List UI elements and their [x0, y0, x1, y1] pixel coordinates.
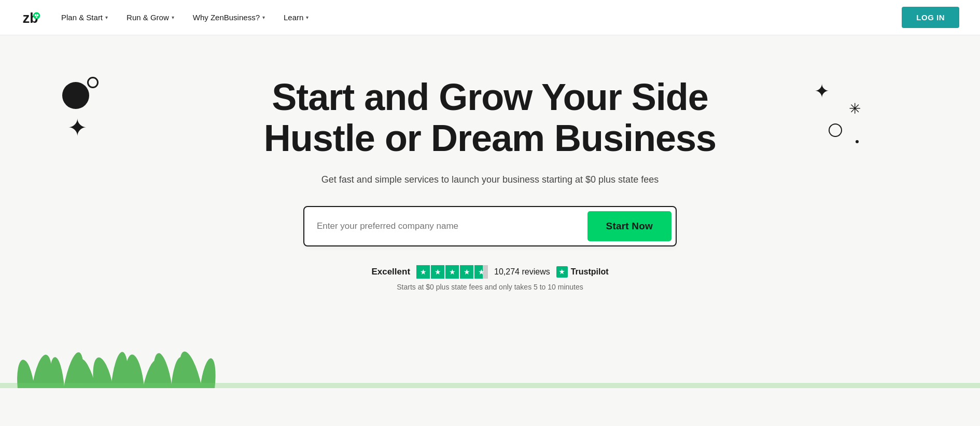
trustpilot-label: Trustpilot — [571, 267, 609, 277]
svg-point-16 — [48, 356, 66, 388]
deco-dot-right-icon — [856, 140, 859, 143]
start-now-button[interactable]: Start Now — [587, 211, 671, 241]
trust-reviews-count: 10,274 reviews — [494, 267, 550, 277]
svg-point-17 — [58, 351, 88, 388]
svg-rect-19 — [0, 383, 980, 388]
navbar: zb Plan & Start ▾ Run & Grow ▾ Why ZenBu… — [0, 0, 980, 35]
svg-point-14 — [15, 359, 37, 388]
deco-star-right-icon: ✦ — [814, 82, 830, 101]
svg-point-15 — [27, 353, 55, 388]
svg-point-3 — [35, 14, 37, 16]
grass-decoration — [0, 347, 980, 388]
star-3-icon: ★ — [445, 265, 459, 279]
svg-point-5 — [36, 16, 37, 18]
svg-point-9 — [137, 359, 163, 388]
svg-point-6 — [89, 356, 118, 388]
star-5-icon: ★ — [474, 265, 488, 279]
logo[interactable]: zb — [21, 7, 43, 29]
login-button[interactable]: LOG IN — [902, 7, 959, 28]
svg-point-4 — [37, 14, 39, 16]
svg-point-8 — [122, 354, 147, 388]
star-4-icon: ★ — [460, 265, 473, 279]
svg-point-11 — [169, 356, 189, 388]
trust-sub-text: Starts at $0 plus state fees and only ta… — [397, 283, 583, 291]
star-2-icon: ★ — [431, 265, 444, 279]
company-name-input[interactable] — [317, 221, 587, 231]
nav-left: zb Plan & Start ▾ Run & Grow ▾ Why ZenBu… — [21, 7, 309, 29]
nav-plan-start[interactable]: Plan & Start ▾ — [61, 13, 108, 22]
deco-circle-small-icon — [87, 77, 99, 88]
star-1-icon: ★ — [416, 265, 430, 279]
plan-start-chevron-icon: ▾ — [105, 15, 108, 20]
hero-subtitle: Get fast and simple services to launch y… — [321, 174, 659, 185]
deco-asterisk-right-icon: ✳ — [849, 102, 861, 116]
hero-title: Start and Grow Your Side Hustle or Dream… — [264, 77, 716, 159]
nav-run-grow[interactable]: Run & Grow ▾ — [127, 13, 174, 22]
run-grow-chevron-icon: ▾ — [172, 15, 174, 20]
svg-point-2 — [33, 12, 40, 19]
learn-chevron-icon: ▾ — [306, 15, 309, 20]
deco-circle-right-icon — [829, 123, 842, 137]
trustpilot-section: Excellent ★ ★ ★ ★ ★ 10,274 reviews ★ Tru… — [371, 265, 608, 291]
deco-circle-big-icon — [62, 82, 89, 109]
hero-section: ✦ ✦ ✳ Start and Grow Your Side Hustle or… — [0, 35, 980, 388]
svg-point-12 — [174, 350, 209, 388]
trust-excellent-label: Excellent — [371, 267, 410, 277]
trust-row: Excellent ★ ★ ★ ★ ★ 10,274 reviews ★ Tru… — [371, 265, 608, 279]
trustpilot-logo-icon: ★ — [556, 266, 568, 278]
svg-point-18 — [73, 357, 103, 388]
nav-why-zenbusiness[interactable]: Why ZenBusiness? ▾ — [193, 13, 265, 22]
trustpilot-brand: ★ Trustpilot — [556, 266, 609, 278]
company-name-search-box: Start Now — [303, 206, 677, 246]
nav-learn[interactable]: Learn ▾ — [284, 13, 309, 22]
deco-sparkle-left-icon: ✦ — [67, 116, 88, 140]
why-zenbusiness-chevron-icon: ▾ — [262, 15, 265, 20]
svg-point-10 — [150, 352, 177, 388]
svg-point-7 — [108, 351, 131, 388]
trust-stars: ★ ★ ★ ★ ★ — [416, 265, 488, 279]
svg-point-13 — [197, 358, 218, 388]
